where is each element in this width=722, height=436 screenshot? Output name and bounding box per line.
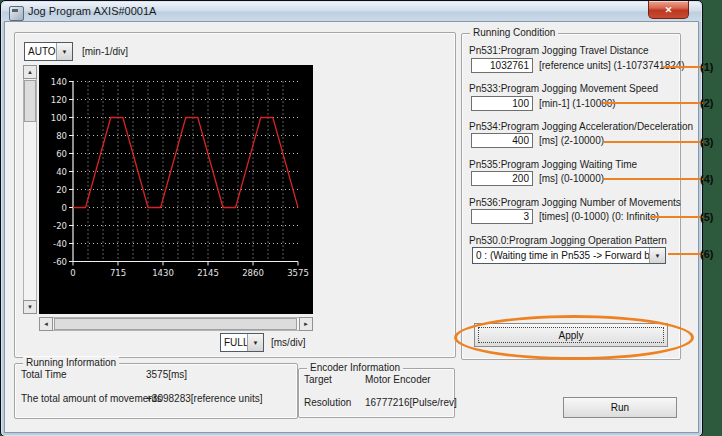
vertical-scroll-thumb[interactable] (24, 80, 36, 122)
vertical-scale-select[interactable]: AUTO ▼ (24, 42, 73, 61)
svg-text:1430: 1430 (152, 268, 174, 278)
jog-speed-chart: 140120100806040200-20-40-600715143021452… (39, 65, 313, 314)
scroll-left-icon: ◄ (43, 321, 49, 327)
chevron-down-icon[interactable]: ▼ (247, 334, 263, 351)
total-movements-label: The total amount of movements (21, 393, 162, 405)
callout-label-1: (1) (700, 61, 713, 73)
close-icon: ✕ (665, 5, 673, 15)
callout-label-2: (2) (700, 97, 713, 109)
svg-text:2145: 2145 (197, 268, 219, 278)
callout-line-2 (603, 102, 703, 104)
svg-text:2860: 2860 (242, 268, 264, 278)
callout-label-5: (5) (700, 211, 713, 223)
svg-text:20: 20 (56, 185, 67, 195)
vertical-scale-unit-label: [min-1/div] (82, 46, 128, 58)
callout-label-6: (6) (700, 248, 713, 260)
scroll-left-button[interactable]: ◄ (39, 317, 53, 331)
callout-line-3 (604, 141, 703, 143)
apply-highlight-ellipse (454, 315, 694, 360)
svg-text:120: 120 (51, 95, 67, 105)
callout-line-5 (650, 216, 703, 218)
callout-label-3: (3) (700, 136, 713, 148)
scroll-up-icon: ▲ (27, 69, 33, 75)
callout-line-4 (604, 178, 703, 180)
svg-text:100: 100 (51, 113, 67, 123)
pn536-label: Pn536:Program Jogging Number of Movement… (469, 197, 681, 209)
scroll-right-button[interactable]: ► (299, 317, 313, 331)
callout-label-4: (4) (700, 173, 713, 185)
encoder-resolution-label: Resolution (304, 397, 351, 409)
pn530-pattern-value: 0 : (Waiting time in Pn535 -> Forward by… (473, 248, 649, 263)
vertical-scale-value: AUTO (25, 43, 56, 60)
running-information-title: Running Information (23, 357, 119, 369)
pn533-label: Pn533:Program Jogging Movement Speed (469, 83, 658, 95)
horizontal-scale-select[interactable]: FULL ▼ (220, 333, 264, 352)
pn534-units-label: [ms] (2-10000) (539, 135, 604, 147)
pn534-label: Pn534:Program Jogging Acceleration/Decel… (469, 121, 693, 133)
scroll-up-button[interactable]: ▲ (23, 65, 37, 79)
svg-text:-60: -60 (53, 257, 67, 267)
svg-text:715: 715 (110, 268, 126, 278)
svg-text:-20: -20 (53, 221, 67, 231)
jog-program-dialog: Jog Program AXIS#0001A ✕ AUTO ▼ [min-1/d… (0, 0, 703, 436)
horizontal-scale-unit-label: [ms/div] (271, 337, 305, 349)
pn536-input[interactable] (471, 209, 533, 224)
scroll-right-icon: ► (303, 321, 309, 327)
run-button[interactable]: Run (563, 397, 677, 418)
scroll-down-button[interactable]: ▼ (23, 300, 37, 314)
svg-text:-40: -40 (53, 239, 67, 249)
callout-line-6 (668, 253, 703, 255)
pn535-input[interactable] (471, 171, 533, 186)
chevron-down-icon[interactable]: ▼ (56, 43, 72, 60)
pn531-label: Pn531:Program Jogging Travel Distance (469, 45, 649, 57)
callout-line-1 (663, 66, 703, 68)
svg-text:0: 0 (62, 203, 67, 213)
encoder-resolution-value: 16777216[Pulse/rev] (365, 397, 457, 409)
total-movements-value: +3098283[reference units] (146, 393, 262, 405)
pn530-label: Pn530.0:Program Jogging Operation Patter… (469, 235, 667, 247)
pn536-units-label: [times] (0-1000) (0: Infinite) (539, 211, 659, 223)
encoder-target-label: Target (304, 374, 332, 386)
title-bar: Jog Program AXIS#0001A (2, 2, 701, 22)
encoder-information-title: Encoder Information (307, 362, 403, 374)
svg-text:40: 40 (56, 167, 67, 177)
total-time-value: 3575[ms] (146, 369, 187, 381)
pn535-label: Pn535:Program Jogging Waiting Time (469, 159, 637, 171)
svg-text:140: 140 (51, 77, 67, 87)
running-condition-title: Running Condition (470, 27, 558, 39)
window-title: Jog Program AXIS#0001A (28, 5, 156, 17)
svg-text:3575: 3575 (287, 268, 309, 278)
total-time-label: Total Time (21, 369, 67, 381)
encoder-target-value: Motor Encoder (365, 374, 431, 386)
app-icon (9, 6, 24, 21)
pn531-input[interactable] (471, 58, 533, 73)
pn533-input[interactable] (471, 96, 533, 111)
svg-text:0: 0 (70, 268, 75, 278)
run-button-label: Run (611, 402, 629, 413)
svg-text:60: 60 (56, 149, 67, 159)
pn534-input[interactable] (471, 133, 533, 148)
svg-text:80: 80 (56, 131, 67, 141)
close-button[interactable]: ✕ (648, 1, 689, 19)
pn530-pattern-select[interactable]: 0 : (Waiting time in Pn535 -> Forward by… (472, 247, 666, 264)
scroll-down-icon: ▼ (27, 304, 33, 310)
horizontal-scroll-thumb[interactable] (54, 318, 297, 330)
horizontal-scale-value: FULL (221, 334, 247, 351)
pn535-units-label: [ms] (0-10000) (539, 173, 604, 185)
pn533-units-label: [min-1] (1-10000) (539, 98, 616, 110)
chevron-down-icon[interactable]: ▼ (649, 248, 665, 263)
